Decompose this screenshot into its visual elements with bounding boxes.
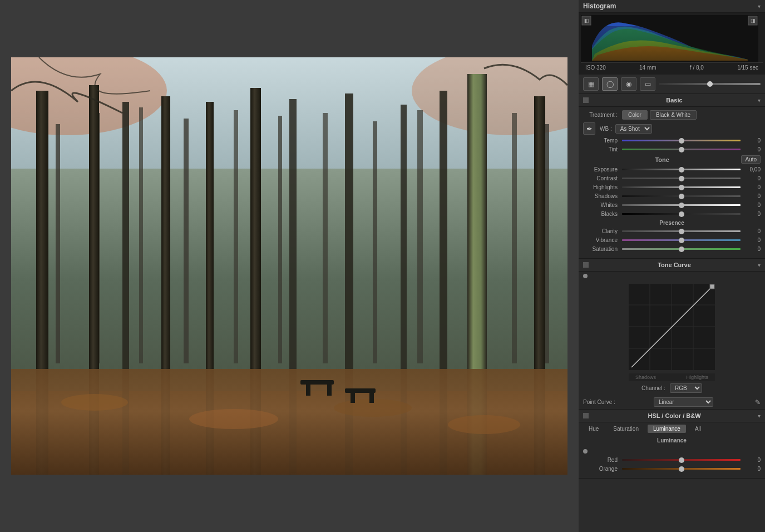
curve-highlights-label: Highlights: [686, 375, 708, 380]
right-panel: Histogram ▾ ◧ ◨: [579, 0, 765, 532]
svg-rect-8: [184, 119, 189, 363]
blacks-slider[interactable]: [622, 213, 741, 215]
saturation-slider[interactable]: [622, 248, 741, 250]
svg-point-31: [189, 409, 278, 429]
basic-collapse-btn[interactable]: [583, 97, 589, 103]
clarity-label: Clarity: [583, 228, 622, 234]
contrast-row: Contrast 0: [583, 175, 761, 181]
shadows-thumb[interactable]: [679, 194, 684, 199]
svg-rect-5: [56, 124, 60, 363]
bw-btn[interactable]: Black & White: [650, 110, 697, 120]
auto-btn[interactable]: Auto: [741, 155, 761, 164]
svg-rect-7: [139, 107, 143, 363]
clarity-thumb[interactable]: [679, 229, 684, 234]
svg-text:◨: ◨: [751, 18, 756, 23]
orange-row: Orange 0: [583, 466, 761, 472]
exposure-label: Exposure: [583, 166, 622, 173]
temp-label: Temp: [583, 137, 622, 144]
grid-tool-button[interactable]: ▦: [583, 77, 599, 91]
hsl-tab-saturation[interactable]: Saturation: [608, 425, 644, 433]
basic-chevron[interactable]: ▾: [758, 97, 761, 104]
orange-thumb[interactable]: [679, 466, 684, 472]
tint-thumb[interactable]: [679, 147, 684, 152]
tint-slider[interactable]: [622, 149, 741, 150]
edit-point-curve-icon[interactable]: ✎: [755, 398, 761, 406]
hsl-collapse[interactable]: [583, 413, 589, 418]
exposure-value: 0,00: [741, 166, 761, 173]
highlights-value: 0: [741, 184, 761, 190]
red-value: 0: [741, 457, 761, 463]
brightness-thumb[interactable]: [707, 81, 713, 87]
svg-rect-38: [351, 393, 355, 403]
main-photo-area: [0, 0, 579, 532]
hsl-target-icon[interactable]: [583, 449, 588, 454]
temp-thumb[interactable]: [679, 138, 684, 144]
contrast-slider[interactable]: [622, 178, 741, 179]
red-thumb[interactable]: [679, 457, 684, 463]
tone-header-row: Tone Auto: [583, 155, 761, 164]
exif-shutter: 1/15 sec: [737, 65, 758, 71]
histogram-canvas: ◧ ◨: [581, 15, 758, 62]
histogram-collapse[interactable]: ▾: [758, 3, 761, 9]
shadows-slider[interactable]: [622, 195, 741, 197]
svg-rect-44: [592, 26, 748, 61]
wb-select[interactable]: As Shot: [615, 124, 652, 134]
hsl-chevron[interactable]: ▾: [758, 413, 761, 419]
channel-select[interactable]: RGB Red Green Blue: [670, 383, 702, 393]
wb-label: WB :: [600, 126, 615, 132]
exposure-slider[interactable]: [622, 169, 741, 170]
point-curve-label: Point Curve :: [583, 399, 615, 405]
svg-rect-9: [234, 110, 238, 363]
point-curve-select[interactable]: Linear Medium Contrast Strong Contrast: [654, 397, 713, 407]
vibrance-thumb[interactable]: [679, 238, 684, 243]
hsl-tab-luminance[interactable]: Luminance: [648, 425, 686, 433]
blacks-thumb[interactable]: [679, 211, 684, 217]
orange-label: Orange: [583, 466, 622, 472]
svg-rect-13: [417, 110, 423, 363]
hsl-tab-hue[interactable]: Hue: [583, 425, 604, 433]
brightness-slider[interactable]: [659, 83, 761, 85]
luminance-header: Luminance: [579, 435, 765, 446]
contrast-thumb[interactable]: [679, 176, 684, 181]
red-slider[interactable]: [622, 459, 741, 461]
clarity-slider[interactable]: [622, 230, 741, 232]
saturation-thumb[interactable]: [679, 247, 684, 252]
orange-slider[interactable]: [622, 468, 741, 470]
whites-value: 0: [741, 202, 761, 208]
histogram-header: Histogram ▾: [579, 0, 765, 13]
blacks-row: Blacks 0: [583, 211, 761, 217]
vibrance-label: Vibrance: [583, 237, 622, 243]
basic-body: Treatment : Color Black & White ✒ WB : A…: [579, 107, 765, 258]
tone-curve-header: Tone Curve ▾: [579, 259, 765, 272]
square-tool-button[interactable]: ▭: [640, 77, 655, 91]
target-tool-button[interactable]: ◉: [621, 77, 636, 91]
tone-curve-canvas[interactable]: [629, 284, 715, 370]
exif-iso: ISO 320: [585, 65, 606, 71]
color-btn[interactable]: Color: [622, 110, 648, 120]
highlights-slider[interactable]: [622, 186, 741, 188]
clarity-value: 0: [741, 228, 761, 234]
circle-tool-button[interactable]: ◯: [602, 77, 618, 91]
svg-rect-11: [323, 113, 328, 363]
tone-curve-chevron[interactable]: ▾: [758, 262, 761, 268]
exposure-thumb[interactable]: [679, 167, 684, 173]
hsl-tab-all[interactable]: All: [689, 425, 707, 433]
temp-value: 0: [741, 137, 761, 144]
basic-title: Basic: [591, 97, 758, 104]
vibrance-slider[interactable]: [622, 239, 741, 241]
svg-rect-16: [545, 124, 549, 363]
tone-curve-target-icon[interactable]: [583, 274, 588, 278]
highlights-row: Highlights 0: [583, 184, 761, 190]
whites-thumb[interactable]: [679, 203, 684, 208]
channel-row: Channel : RGB Red Green Blue: [579, 381, 765, 395]
tint-row: Tint 0: [583, 146, 761, 152]
tone-curve-collapse[interactable]: [583, 262, 589, 268]
blacks-value: 0: [741, 211, 761, 217]
temp-slider[interactable]: [622, 140, 741, 141]
svg-rect-12: [373, 121, 377, 363]
whites-slider[interactable]: [622, 204, 741, 206]
eyedropper-btn[interactable]: ✒: [583, 122, 595, 135]
highlights-thumb[interactable]: [679, 185, 684, 190]
photo-background: [11, 57, 567, 475]
whites-row: Whites 0: [583, 202, 761, 208]
